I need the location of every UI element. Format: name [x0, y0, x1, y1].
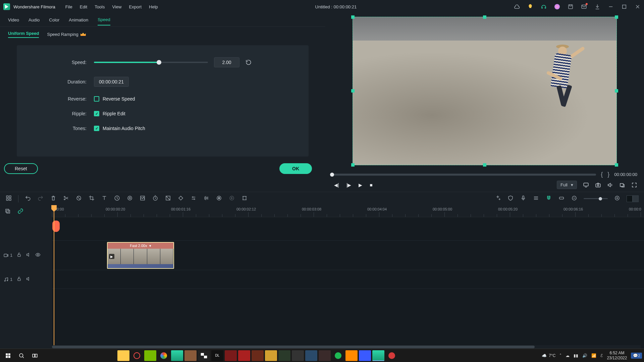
volume-icon[interactable] — [607, 182, 613, 188]
resize-handle[interactable] — [351, 89, 355, 93]
tray-language-icon[interactable]: ℰ — [600, 353, 603, 358]
next-frame-icon[interactable]: |▶ — [346, 182, 352, 188]
mask-icon[interactable] — [75, 195, 82, 202]
adjust-icon[interactable] — [190, 195, 197, 202]
timeline-clip[interactable]: Fast 2.00x▾ — [107, 242, 174, 269]
taskbar-app[interactable] — [171, 350, 183, 361]
ai-icon[interactable] — [494, 195, 501, 202]
copy-icon[interactable] — [5, 208, 11, 214]
search-button[interactable] — [15, 350, 28, 361]
video-track[interactable]: 1 Fast 2.00x▾ — [52, 241, 644, 270]
taskbar-app[interactable] — [184, 350, 197, 361]
taskbar-app[interactable] — [319, 350, 331, 361]
taskbar-app[interactable] — [144, 350, 156, 361]
playhead[interactable] — [54, 205, 54, 345]
taskbar-app[interactable] — [131, 350, 143, 361]
system-clock[interactable]: 6:52 AM 23/12/2022 — [607, 351, 627, 360]
play-icon[interactable]: ▶ — [359, 182, 362, 188]
ok-button[interactable]: OK — [279, 163, 312, 174]
preview-scrubber[interactable] — [332, 174, 596, 176]
task-view-button[interactable] — [29, 350, 41, 361]
preview-canvas[interactable] — [353, 17, 617, 165]
detect-icon[interactable] — [165, 195, 171, 202]
tray-battery-icon[interactable]: ▮▮ — [574, 353, 578, 358]
speed-reset-icon[interactable] — [246, 59, 252, 65]
reset-button[interactable]: Reset — [4, 163, 38, 174]
record-icon[interactable] — [216, 195, 222, 202]
resize-handle[interactable] — [483, 163, 486, 167]
speed-slider[interactable] — [94, 62, 208, 63]
taskbar-app[interactable] — [332, 350, 344, 361]
reverse-checkbox[interactable] — [94, 96, 99, 102]
taskbar-app-filmora[interactable] — [372, 350, 384, 361]
timeline-hscroll[interactable] — [52, 345, 641, 349]
undo-icon[interactable] — [24, 195, 31, 202]
tray-volume-icon[interactable]: 🔊 — [582, 353, 587, 358]
visibility-icon[interactable] — [35, 252, 41, 258]
resize-handle[interactable] — [615, 163, 618, 167]
lock-icon[interactable] — [16, 276, 22, 283]
shield-icon[interactable] — [507, 195, 514, 202]
speed-tool-icon[interactable] — [114, 195, 120, 202]
tab-animation[interactable]: Animation — [69, 17, 88, 25]
taskbar-app[interactable] — [265, 350, 277, 361]
fullscreen-icon[interactable] — [631, 182, 637, 188]
tray-expand-icon[interactable]: ˄ — [559, 353, 561, 358]
duration-icon[interactable] — [152, 195, 159, 202]
start-button[interactable] — [2, 350, 14, 361]
cloud-icon[interactable] — [514, 4, 520, 10]
resize-handle[interactable] — [483, 15, 486, 19]
subtab-uniform-speed[interactable]: Uniform Speed — [8, 31, 39, 38]
render-icon[interactable] — [228, 195, 235, 202]
audio-track[interactable]: 1 — [52, 270, 644, 289]
taskbar-app[interactable] — [386, 350, 398, 361]
maximize-icon[interactable] — [621, 4, 627, 10]
text-icon[interactable] — [101, 195, 108, 202]
zoom-in-icon[interactable] — [614, 195, 621, 202]
taskbar-app[interactable]: DL — [211, 350, 223, 361]
subtab-speed-ramping[interactable]: Speed Ramping — [47, 32, 86, 37]
quality-select[interactable]: Full▾ — [557, 181, 577, 189]
menu-view[interactable]: View — [112, 4, 121, 9]
taskbar-app[interactable] — [117, 350, 129, 361]
tray-wifi-icon[interactable]: 📶 — [591, 353, 596, 358]
stop-icon[interactable]: ■ — [370, 182, 372, 188]
menu-file[interactable]: File — [65, 4, 72, 9]
headphones-icon[interactable] — [541, 4, 547, 10]
messages-icon[interactable] — [581, 4, 587, 10]
snapshot-icon[interactable] — [595, 182, 601, 188]
crop-icon[interactable] — [88, 195, 95, 202]
notifications-icon[interactable]: 💬2 — [631, 353, 642, 359]
resize-handle[interactable] — [615, 89, 618, 93]
taskbar-app[interactable] — [158, 350, 170, 361]
taskbar-app[interactable] — [278, 350, 290, 361]
save-icon[interactable] — [568, 4, 574, 10]
tab-audio[interactable]: Audio — [29, 17, 40, 25]
weather-widget[interactable]: ☁️7°C — [542, 353, 555, 358]
taskbar-app[interactable] — [292, 350, 304, 361]
split-icon[interactable] — [63, 195, 69, 202]
close-icon[interactable] — [635, 4, 641, 10]
delete-icon[interactable] — [50, 195, 57, 202]
mark-in-button[interactable]: { — [601, 171, 603, 178]
resize-handle[interactable] — [615, 15, 618, 19]
zoom-out-icon[interactable] — [571, 195, 578, 202]
link-toggle-icon[interactable] — [17, 208, 23, 214]
mic-icon[interactable] — [520, 195, 527, 202]
color-icon[interactable] — [126, 195, 133, 202]
prev-frame-icon[interactable]: ◀| — [334, 182, 339, 188]
menu-tools[interactable]: Tools — [95, 4, 105, 9]
tray-onedrive-icon[interactable]: ☁ — [566, 353, 570, 358]
tab-color[interactable]: Color — [49, 17, 59, 25]
marker-icon[interactable] — [241, 195, 248, 202]
lightbulb-icon[interactable] — [527, 4, 533, 10]
resize-handle[interactable] — [351, 163, 355, 167]
taskbar-app[interactable] — [305, 350, 317, 361]
audio-mix-icon[interactable] — [203, 195, 210, 202]
taskbar-app[interactable] — [225, 350, 237, 361]
mixer-icon[interactable] — [533, 195, 539, 202]
magnet-icon[interactable] — [545, 195, 552, 202]
download-icon[interactable] — [594, 4, 600, 10]
menu-export[interactable]: Export — [129, 4, 142, 9]
mark-out-button[interactable]: } — [607, 171, 609, 178]
